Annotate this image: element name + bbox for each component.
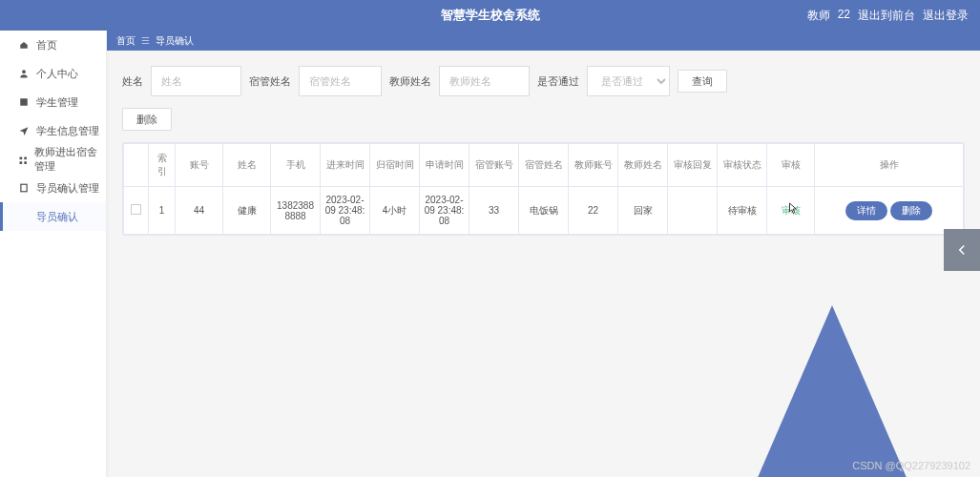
filter-bar: 姓名 宿管姓名 教师姓名 是否通过 是否通过 查询 [122,66,965,96]
filter-pass-select[interactable]: 是否通过 [587,66,670,96]
data-table: 索引 账号 姓名 手机 进来时间 归宿时间 申请时间 宿管账号 宿管姓名 教师账… [122,142,965,236]
sidebar-item-advisor-confirm[interactable]: 导员确认 [0,202,106,231]
svg-point-0 [22,70,26,73]
td-ops: 详情 删除 [815,187,964,235]
side-collapse-tab[interactable] [944,229,980,271]
breadcrumb: 首页 ☰ 导员确认 [107,31,980,51]
grid-icon [19,155,27,164]
sidebar: 首页 个人中心 学生管理 学生信息管理 教师进出宿舍管理 导员确认管理 导员确认 [0,31,107,477]
th-reviewreply: 审核回复 [668,144,718,187]
sidebar-item-student-info[interactable]: 学生信息管理 [0,116,106,145]
sidebar-item-label: 学生信息管理 [36,124,99,138]
filter-pass-label: 是否通过 [537,74,579,89]
td-applytime: 2023-02-09 23:48:08 [420,187,469,235]
th-account: 账号 [176,144,223,187]
chevron-left-icon [956,244,968,256]
filter-name-input[interactable] [151,66,241,96]
user-role: 教师 [807,8,830,24]
td-checkbox[interactable] [124,187,149,235]
th-reviewstatus: 审核状态 [718,144,767,187]
clipboard-icon [19,183,29,193]
main-content: 首页 ☰ 导员确认 姓名 宿管姓名 教师姓名 是否通过 是否通过 查询 删除 [107,31,980,477]
filter-dorm-label: 宿管姓名 [249,74,291,89]
top-bar: 智慧学生校舍系统 教师 22 退出到前台 退出登录 [0,0,980,31]
th-dormacc: 宿管账号 [469,144,519,187]
td-dormname: 电饭锅 [519,187,569,235]
th-applytime: 申请时间 [420,144,469,187]
filter-name-label: 姓名 [122,74,143,89]
breadcrumb-current: 导员确认 [156,34,194,48]
td-phone: 13823888888 [271,187,321,235]
th-name: 姓名 [223,144,271,187]
query-button[interactable]: 查询 [678,70,727,93]
sidebar-item-teacher-dorm[interactable]: 教师进出宿舍管理 [0,145,106,174]
table-row: 1 44 健康 13823888888 2023-02-09 23:48:08 … [124,187,964,235]
sidebar-item-label: 学生管理 [36,95,78,110]
exit-login-link[interactable]: 退出登录 [923,8,969,24]
td-teachername: 回家 [618,187,668,235]
sidebar-item-label: 导员确认管理 [36,181,99,196]
app-title: 智慧学生校舍系统 [441,7,540,24]
th-index: 索引 [149,144,176,187]
td-reviewreply [668,187,718,235]
user-icon [19,69,29,78]
user-id: 22 [838,8,850,24]
sidebar-item-advisor-mgmt[interactable]: 导员确认管理 [0,174,106,202]
home-icon [19,40,29,50]
filter-dorm-input[interactable] [299,66,382,96]
td-account: 44 [176,187,223,235]
sidebar-item-label: 首页 [36,38,57,52]
blank-icon [19,212,29,221]
td-reviewstatus: 待审核 [718,187,767,235]
svg-rect-4 [20,161,23,164]
sidebar-item-label: 导员确认 [36,210,78,224]
td-review: 审核 [767,187,815,235]
th-stay: 归宿时间 [370,144,420,187]
svg-rect-6 [21,184,27,192]
th-review: 审核 [767,144,815,187]
row-delete-button[interactable]: 删除 [890,201,932,220]
td-index: 1 [149,187,176,235]
filter-teacher-label: 教师姓名 [389,74,431,89]
sidebar-item-profile[interactable]: 个人中心 [0,59,106,88]
th-teacheracc: 教师账号 [569,144,618,187]
send-icon [19,126,29,135]
th-intime: 进来时间 [321,144,370,187]
checkbox-icon[interactable] [131,159,141,170]
exit-front-link[interactable]: 退出到前台 [858,8,915,24]
watermark: CSDN @QQ2279239102 [852,460,970,471]
th-teachername: 教师姓名 [618,144,668,187]
delete-button[interactable]: 删除 [122,108,172,131]
td-intime: 2023-02-09 23:48:08 [321,187,370,235]
td-stay: 4小时 [370,187,420,235]
td-teacheracc: 22 [569,187,618,235]
svg-rect-5 [24,161,27,164]
sidebar-item-student[interactable]: 学生管理 [0,88,106,116]
sidebar-item-home[interactable]: 首页 [0,31,106,59]
breadcrumb-home[interactable]: 首页 [116,34,136,48]
review-link[interactable]: 审核 [782,205,801,216]
delete-bar: 删除 [122,108,965,131]
th-checkbox[interactable] [124,144,149,187]
th-phone: 手机 [271,144,321,187]
sidebar-item-label: 个人中心 [36,67,78,81]
table-head: 索引 账号 姓名 手机 进来时间 归宿时间 申请时间 宿管账号 宿管姓名 教师账… [124,144,964,187]
breadcrumb-sep: ☰ [141,35,150,46]
td-dormacc: 33 [469,187,519,235]
sidebar-item-label: 教师进出宿舍管理 [34,145,106,174]
filter-teacher-input[interactable] [439,66,530,96]
svg-rect-3 [24,156,27,159]
svg-rect-2 [20,156,23,159]
th-ops: 操作 [815,144,964,187]
checkbox-icon[interactable] [131,204,141,215]
topbar-right: 教师 22 退出到前台 退出登录 [807,8,969,24]
th-dormname: 宿管姓名 [519,144,569,187]
svg-rect-1 [20,98,28,106]
book-icon [19,97,29,107]
detail-button[interactable]: 详情 [845,201,887,220]
td-name: 健康 [223,187,271,235]
